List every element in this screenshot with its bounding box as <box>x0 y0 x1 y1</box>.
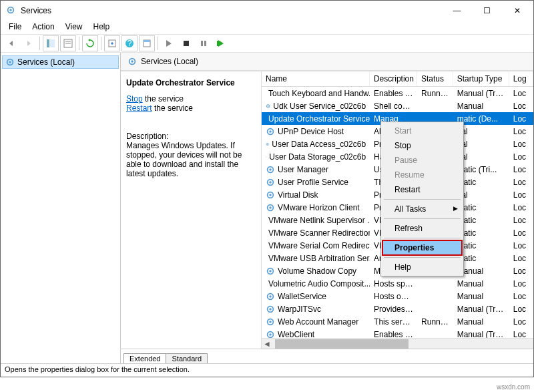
svg-text:?: ? <box>127 39 132 48</box>
close-button[interactable]: ✕ <box>502 1 532 21</box>
svg-rect-11 <box>144 40 150 42</box>
scroll-left-icon[interactable]: ◄ <box>262 339 272 349</box>
ctx-help[interactable]: Help <box>382 260 462 274</box>
service-logon: Loc <box>509 278 533 289</box>
service-row[interactable]: WarpJITSvcProvides a JI...Manual (Trigg.… <box>262 303 533 315</box>
ctx-restart[interactable]: Restart <box>382 182 462 197</box>
tree-pane: Services (Local) <box>1 53 121 363</box>
service-name: User Data Access_c02c6b <box>272 140 366 149</box>
service-logon: Loc <box>509 329 533 339</box>
service-logon: Loc <box>509 304 533 315</box>
service-startup: Manual <box>453 317 509 327</box>
svg-point-17 <box>9 61 11 63</box>
ctx-stop[interactable]: Stop <box>382 138 462 153</box>
service-row[interactable]: Touch Keyboard and Handw...Enables Tou..… <box>262 87 533 100</box>
service-row[interactable]: WebClientEnables Win...Manual (Trigg...L… <box>262 328 533 338</box>
service-name: WebClient <box>278 330 314 339</box>
ctx-refresh[interactable]: Refresh <box>382 221 462 236</box>
ctx-separator <box>384 199 461 200</box>
service-logon: Loc <box>509 152 533 162</box>
export-button[interactable] <box>104 35 120 51</box>
service-logon: Loc <box>509 190 533 200</box>
service-logon: Loc <box>509 240 533 251</box>
service-name: WalletService <box>278 292 326 301</box>
menu-view[interactable]: View <box>61 21 87 34</box>
service-name: VMware Horizon Client <box>278 203 360 212</box>
titlebar[interactable]: Services — ☐ ✕ <box>1 1 533 21</box>
service-startup: Manual <box>453 101 509 112</box>
service-desc: Enables Tou... <box>370 88 417 99</box>
menu-action[interactable]: Action <box>28 21 58 34</box>
ctx-properties[interactable]: Properties <box>382 240 462 255</box>
svg-point-29 <box>267 144 268 144</box>
svg-rect-12 <box>184 41 189 46</box>
service-logon: Loc <box>509 88 533 99</box>
service-logon: Loc <box>509 202 533 213</box>
description-label: Description: <box>126 132 256 141</box>
service-desc: Hosts spatial... <box>370 278 417 289</box>
scrollbar-thumb[interactable] <box>275 339 409 349</box>
properties-toolbar-button[interactable] <box>139 35 155 51</box>
service-row[interactable]: Volumetric Audio Composit...Hosts spatia… <box>262 277 533 290</box>
col-description[interactable]: Description <box>370 71 417 86</box>
tab-extended[interactable]: Extended <box>123 353 166 363</box>
gear-icon <box>127 57 137 66</box>
menu-help[interactable]: Help <box>89 21 114 34</box>
ctx-resume: Resume <box>382 168 462 182</box>
statusbar: Opens the properties dialog box for the … <box>1 363 533 377</box>
help-button[interactable]: ? <box>121 35 138 51</box>
col-name[interactable]: Name <box>262 71 370 86</box>
gear-icon <box>266 203 275 212</box>
service-status <box>417 283 453 284</box>
col-status[interactable]: Status <box>417 71 453 86</box>
service-logon: Loc <box>509 253 533 264</box>
description-text: Manages Windows Updates. If stopped, you… <box>126 141 256 178</box>
service-logon: Loc <box>509 215 533 226</box>
col-logon[interactable]: Log <box>509 71 533 86</box>
horizontal-scrollbar[interactable]: ◄ <box>262 338 533 349</box>
service-row[interactable]: Web Account ManagerThis service i...Runn… <box>262 315 533 328</box>
gear-icon <box>5 57 15 67</box>
svg-point-23 <box>268 106 269 107</box>
chevron-right-icon: ▶ <box>453 205 458 212</box>
selected-service-name: Update Orchestrator Service <box>126 78 256 87</box>
window-title: Services <box>21 6 442 15</box>
service-name: Update Orchestrator Service <box>268 114 370 124</box>
start-service-button[interactable] <box>161 35 177 51</box>
service-name: Volumetric Audio Composit... <box>268 279 370 288</box>
refresh-button[interactable] <box>82 35 98 51</box>
pause-service-button[interactable] <box>196 35 212 51</box>
tab-standard[interactable]: Standard <box>166 353 208 363</box>
minimize-button[interactable]: — <box>442 1 472 21</box>
show-hide-tree-button[interactable] <box>43 35 59 51</box>
col-startup-type[interactable]: Startup Type <box>453 71 509 86</box>
forward-button[interactable] <box>21 35 37 51</box>
ctx-separator <box>384 238 461 238</box>
service-logon: Loc <box>509 317 533 327</box>
service-name: Volume Shadow Copy <box>278 266 356 276</box>
service-name: User Profile Service <box>278 178 348 187</box>
menu-file[interactable]: File <box>5 21 25 34</box>
service-desc: Hosts object... <box>370 291 417 302</box>
service-startup: Manual (Trigg... <box>453 88 509 99</box>
ctx-pause: Pause <box>382 153 462 168</box>
detail-pane: Update Orchestrator Service Stop the ser… <box>121 71 261 349</box>
service-row[interactable]: Udk User Service_c02c6bShell compo...Man… <box>262 100 533 112</box>
maximize-button[interactable]: ☐ <box>472 1 502 21</box>
back-button[interactable] <box>3 35 19 51</box>
restart-link[interactable]: Restart <box>126 104 152 113</box>
gear-icon <box>266 190 275 200</box>
gear-icon <box>266 292 275 301</box>
stop-service-button[interactable] <box>178 35 194 51</box>
details-button[interactable] <box>60 35 76 51</box>
service-row[interactable]: WalletServiceHosts object...ManualLoc <box>262 290 533 303</box>
service-desc: Shell compo... <box>370 101 417 112</box>
service-name: Udk User Service_c02c6b <box>273 102 366 111</box>
services-app-icon <box>6 5 17 16</box>
restart-service-button[interactable] <box>213 35 229 51</box>
service-startup: Manual <box>453 291 509 302</box>
service-name: User Manager <box>278 165 328 174</box>
ctx-all-tasks[interactable]: All Tasks▶ <box>382 202 462 216</box>
stop-link[interactable]: Stop <box>126 94 143 104</box>
tree-services-local[interactable]: Services (Local) <box>2 55 119 69</box>
